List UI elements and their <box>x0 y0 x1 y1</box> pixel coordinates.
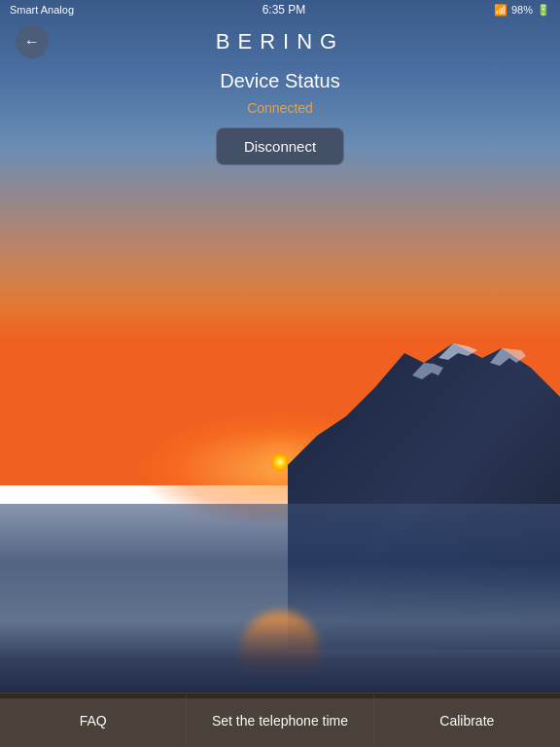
main-content: ← BERING Device Status Connected Disconn… <box>0 0 560 165</box>
set-telephone-time-button[interactable]: Set the telephone time <box>187 693 373 747</box>
battery-icon: 🔋 <box>537 4 550 17</box>
status-bar: Smart Analog 6:35 PM 📶 98% 🔋 <box>0 0 560 19</box>
battery-percent: 98% <box>511 4 533 16</box>
disconnect-button[interactable]: Disconnect <box>216 127 344 165</box>
header: ← BERING Device Status Connected Disconn… <box>0 0 560 165</box>
back-icon: ← <box>24 33 40 51</box>
app-name: Smart Analog <box>10 4 74 16</box>
brand-logo: BERING <box>216 29 344 54</box>
connection-status-badge: Connected <box>247 100 313 116</box>
wifi-icon: 📶 <box>494 4 508 17</box>
status-indicators: 📶 98% 🔋 <box>494 4 550 17</box>
sun <box>271 453 289 471</box>
calibrate-button[interactable]: Calibrate <box>374 693 560 747</box>
page-title: Device Status <box>220 70 339 92</box>
status-time: 6:35 PM <box>262 3 306 17</box>
faq-button[interactable]: FAQ <box>0 693 187 747</box>
back-button[interactable]: ← <box>16 25 49 58</box>
foreground <box>0 621 560 698</box>
bottom-toolbar: FAQ Set the telephone time Calibrate <box>0 693 560 747</box>
